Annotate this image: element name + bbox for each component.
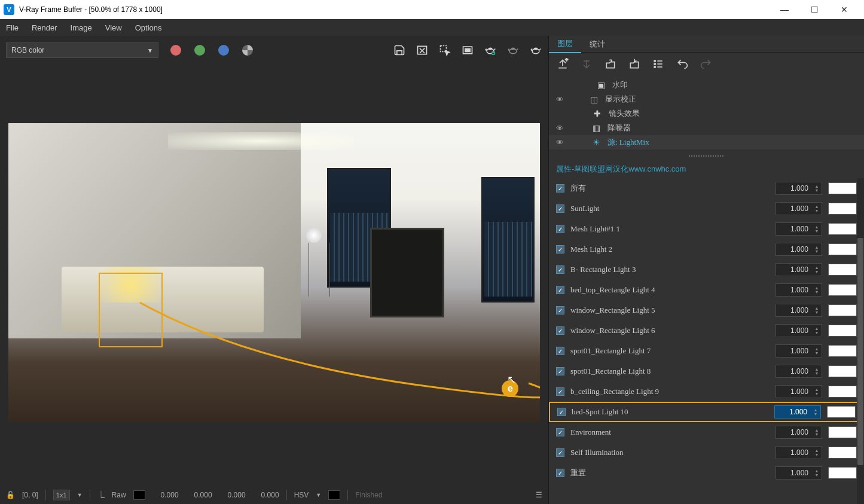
spinner-arrows-icon[interactable]: ▲▼ xyxy=(812,367,822,375)
spinner-arrows-icon[interactable]: ▲▼ xyxy=(812,306,822,314)
red-channel-button[interactable] xyxy=(170,45,181,56)
curve-icon[interactable]: ⎿ xyxy=(97,491,105,499)
colormode-dropdown-icon[interactable]: ▼ xyxy=(316,492,321,498)
add-layer-icon[interactable]: + xyxy=(556,57,569,71)
light-intensity-spinner[interactable]: 1.000▲▼ xyxy=(776,344,822,358)
spinner-arrows-icon[interactable]: ▲▼ xyxy=(812,428,822,436)
light-checkbox[interactable]: ✓ xyxy=(556,347,564,355)
light-color-swatch[interactable] xyxy=(828,426,857,438)
light-checkbox[interactable]: ✓ xyxy=(556,387,564,396)
spinner-arrows-icon[interactable]: ▲▼ xyxy=(812,225,822,233)
layer-lens-fx[interactable]: ✚ 镜头效果 xyxy=(549,106,864,121)
eye-icon[interactable]: 👁 xyxy=(556,95,566,104)
light-checkbox[interactable]: ✓ xyxy=(557,408,566,416)
clear-icon[interactable] xyxy=(416,44,429,57)
light-intensity-spinner[interactable]: 1.000▲▼ xyxy=(776,202,822,215)
light-intensity-spinner[interactable]: 1.000▲▼ xyxy=(776,182,822,195)
light-intensity-spinner[interactable]: 1.000▲▼ xyxy=(774,405,821,419)
light-row[interactable]: ✓window_Rectangle Light 51.000▲▼ xyxy=(549,300,864,320)
load-preset-icon[interactable] xyxy=(604,57,617,71)
region-select-icon[interactable] xyxy=(438,44,451,57)
menu-file[interactable]: File xyxy=(6,23,19,32)
light-row[interactable]: ✓spot01_Rectangle Light 71.000▲▼ xyxy=(549,341,864,361)
light-intensity-spinner[interactable]: 1.000▲▼ xyxy=(776,304,822,317)
light-row[interactable]: ✓B- Rectangle Light 31.000▲▼ xyxy=(549,259,864,280)
pixel-mode[interactable]: 1x1 xyxy=(53,490,70,500)
light-color-swatch[interactable] xyxy=(828,345,857,357)
light-color-swatch[interactable] xyxy=(828,284,857,296)
light-row[interactable]: ✓window_Rectangle Light 61.000▲▼ xyxy=(549,320,864,341)
light-intensity-spinner[interactable]: 1.000▲▼ xyxy=(776,385,822,398)
menu-view[interactable]: View xyxy=(105,23,122,32)
green-channel-button[interactable] xyxy=(194,45,205,56)
minimize-button[interactable]: — xyxy=(776,5,793,14)
spinner-arrows-icon[interactable]: ▲▼ xyxy=(812,265,822,274)
spinner-arrows-icon[interactable]: ▲▼ xyxy=(812,387,822,396)
light-checkbox[interactable]: ✓ xyxy=(556,204,564,213)
light-checkbox[interactable]: ✓ xyxy=(556,265,564,274)
light-color-swatch[interactable] xyxy=(828,467,857,479)
close-button[interactable]: ✕ xyxy=(835,5,853,14)
menu-options[interactable]: Options xyxy=(135,23,162,32)
light-checkbox[interactable]: ✓ xyxy=(556,326,564,335)
redo-icon[interactable] xyxy=(700,57,713,71)
light-checkbox[interactable]: ✓ xyxy=(556,245,564,253)
light-intensity-spinner[interactable]: 1.000▲▼ xyxy=(776,324,822,337)
light-intensity-spinner[interactable]: 1.000▲▼ xyxy=(776,426,822,439)
spinner-arrows-icon[interactable]: ▲▼ xyxy=(812,448,822,457)
layer-watermark[interactable]: ▣ 水印 xyxy=(549,78,864,92)
eye-icon[interactable]: 👁 xyxy=(556,138,566,147)
channel-select[interactable]: RGB color ▼ xyxy=(6,42,158,58)
spinner-arrows-icon[interactable]: ▲▼ xyxy=(812,347,822,355)
light-intensity-spinner[interactable]: 1.000▲▼ xyxy=(776,222,822,236)
light-intensity-spinner[interactable]: 1.000▲▼ xyxy=(776,243,822,256)
teapot-stop-icon[interactable] xyxy=(506,44,520,57)
light-checkbox[interactable]: ✓ xyxy=(556,286,564,294)
save-icon[interactable] xyxy=(393,44,406,57)
spinner-arrows-icon[interactable]: ▲▼ xyxy=(811,408,820,416)
light-row[interactable]: ✓重置1.000▲▼ xyxy=(549,463,864,483)
undo-icon[interactable] xyxy=(676,57,689,71)
eye-icon[interactable]: 👁 xyxy=(556,124,566,133)
light-checkbox[interactable]: ✓ xyxy=(556,367,564,375)
light-row[interactable]: ✓Mesh Light 21.000▲▼ xyxy=(549,239,864,259)
light-row[interactable]: ✓Self Illumination1.000▲▼ xyxy=(549,442,864,463)
light-color-swatch[interactable] xyxy=(828,365,857,377)
light-color-swatch[interactable] xyxy=(828,304,857,316)
light-color-swatch[interactable] xyxy=(827,406,856,418)
list-icon[interactable] xyxy=(652,57,665,71)
layer-source-lightmix[interactable]: 👁 ☀ 源: LightMix xyxy=(549,135,864,149)
light-row[interactable]: ✓bed_top_Rectangle Light 41.000▲▼ xyxy=(549,280,864,300)
save-preset-icon[interactable] xyxy=(628,57,641,71)
splitter-grip[interactable] xyxy=(549,152,864,160)
light-row[interactable]: ✓Environment1.000▲▼ xyxy=(549,422,864,442)
menu-image[interactable]: Image xyxy=(71,23,92,32)
spinner-arrows-icon[interactable]: ▲▼ xyxy=(812,204,822,213)
light-row[interactable]: ✓spot01_Rectangle Light 81.000▲▼ xyxy=(549,361,864,381)
scrollbar-track[interactable] xyxy=(857,178,864,504)
light-color-swatch[interactable] xyxy=(828,223,857,235)
scrollbar-thumb[interactable] xyxy=(857,238,863,465)
light-checkbox[interactable]: ✓ xyxy=(556,469,564,477)
light-color-swatch[interactable] xyxy=(828,182,857,194)
layer-denoiser[interactable]: 👁 ▥ 降噪器 xyxy=(549,121,864,135)
light-color-swatch[interactable] xyxy=(828,264,857,276)
light-color-swatch[interactable] xyxy=(828,243,857,255)
light-intensity-spinner[interactable]: 1.000▲▼ xyxy=(776,365,822,378)
layer-display-correct[interactable]: 👁 ◫ 显示校正 xyxy=(549,92,864,106)
compare-icon[interactable] xyxy=(461,44,474,57)
light-checkbox[interactable]: ✓ xyxy=(556,184,564,193)
light-checkbox[interactable]: ✓ xyxy=(556,448,564,457)
colormode-select[interactable]: HSV xyxy=(294,491,309,499)
menu-render[interactable]: Render xyxy=(32,23,57,32)
props-url-link[interactable]: www.cnwhc.com xyxy=(628,164,686,173)
tab-layers[interactable]: 图层 xyxy=(549,35,581,53)
blue-channel-button[interactable] xyxy=(218,45,229,56)
light-checkbox[interactable]: ✓ xyxy=(556,306,564,314)
mono-channel-button[interactable] xyxy=(242,45,253,56)
light-intensity-spinner[interactable]: 1.000▲▼ xyxy=(776,263,822,276)
light-color-swatch[interactable] xyxy=(828,386,857,398)
light-checkbox[interactable]: ✓ xyxy=(556,428,564,436)
spinner-arrows-icon[interactable]: ▲▼ xyxy=(812,469,822,477)
lock-icon[interactable]: 🔓 xyxy=(6,491,15,499)
